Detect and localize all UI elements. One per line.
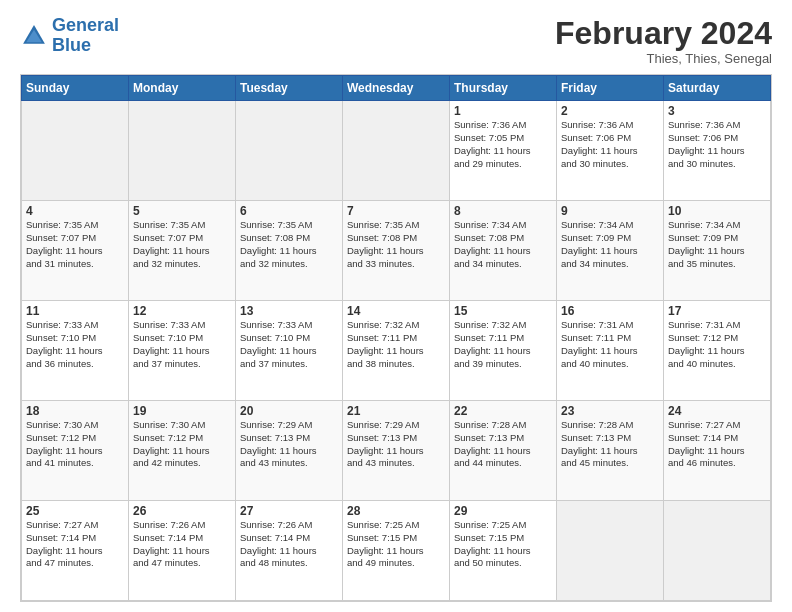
weekday-header-tuesday: Tuesday xyxy=(236,76,343,101)
calendar-cell: 15Sunrise: 7:32 AM Sunset: 7:11 PM Dayli… xyxy=(450,301,557,401)
day-number: 8 xyxy=(454,204,552,218)
day-number: 15 xyxy=(454,304,552,318)
logo-line2: Blue xyxy=(52,35,91,55)
calendar-cell: 13Sunrise: 7:33 AM Sunset: 7:10 PM Dayli… xyxy=(236,301,343,401)
day-info: Sunrise: 7:28 AM Sunset: 7:13 PM Dayligh… xyxy=(561,419,659,470)
calendar-cell: 6Sunrise: 7:35 AM Sunset: 7:08 PM Daylig… xyxy=(236,201,343,301)
day-number: 2 xyxy=(561,104,659,118)
day-number: 4 xyxy=(26,204,124,218)
calendar-cell: 1Sunrise: 7:36 AM Sunset: 7:05 PM Daylig… xyxy=(450,101,557,201)
weekday-header-friday: Friday xyxy=(557,76,664,101)
logo-line1: General xyxy=(52,15,119,35)
day-info: Sunrise: 7:28 AM Sunset: 7:13 PM Dayligh… xyxy=(454,419,552,470)
calendar-cell: 5Sunrise: 7:35 AM Sunset: 7:07 PM Daylig… xyxy=(129,201,236,301)
calendar-cell: 19Sunrise: 7:30 AM Sunset: 7:12 PM Dayli… xyxy=(129,401,236,501)
day-info: Sunrise: 7:27 AM Sunset: 7:14 PM Dayligh… xyxy=(668,419,766,470)
title-block: February 2024 Thies, Thies, Senegal xyxy=(555,16,772,66)
day-number: 21 xyxy=(347,404,445,418)
day-number: 7 xyxy=(347,204,445,218)
day-number: 22 xyxy=(454,404,552,418)
calendar-cell xyxy=(343,101,450,201)
calendar-cell: 8Sunrise: 7:34 AM Sunset: 7:08 PM Daylig… xyxy=(450,201,557,301)
day-number: 11 xyxy=(26,304,124,318)
weekday-header-saturday: Saturday xyxy=(664,76,771,101)
day-info: Sunrise: 7:31 AM Sunset: 7:11 PM Dayligh… xyxy=(561,319,659,370)
day-info: Sunrise: 7:36 AM Sunset: 7:06 PM Dayligh… xyxy=(668,119,766,170)
day-number: 17 xyxy=(668,304,766,318)
calendar-cell xyxy=(557,501,664,601)
week-row-2: 4Sunrise: 7:35 AM Sunset: 7:07 PM Daylig… xyxy=(22,201,771,301)
day-number: 20 xyxy=(240,404,338,418)
day-number: 9 xyxy=(561,204,659,218)
day-number: 5 xyxy=(133,204,231,218)
day-info: Sunrise: 7:26 AM Sunset: 7:14 PM Dayligh… xyxy=(240,519,338,570)
calendar-cell: 3Sunrise: 7:36 AM Sunset: 7:06 PM Daylig… xyxy=(664,101,771,201)
calendar-cell xyxy=(129,101,236,201)
calendar: SundayMondayTuesdayWednesdayThursdayFrid… xyxy=(20,74,772,602)
calendar-cell: 24Sunrise: 7:27 AM Sunset: 7:14 PM Dayli… xyxy=(664,401,771,501)
weekday-header-thursday: Thursday xyxy=(450,76,557,101)
calendar-cell xyxy=(22,101,129,201)
calendar-cell: 11Sunrise: 7:33 AM Sunset: 7:10 PM Dayli… xyxy=(22,301,129,401)
weekday-header-monday: Monday xyxy=(129,76,236,101)
calendar-cell: 23Sunrise: 7:28 AM Sunset: 7:13 PM Dayli… xyxy=(557,401,664,501)
day-info: Sunrise: 7:26 AM Sunset: 7:14 PM Dayligh… xyxy=(133,519,231,570)
month-title: February 2024 xyxy=(555,16,772,51)
calendar-cell: 22Sunrise: 7:28 AM Sunset: 7:13 PM Dayli… xyxy=(450,401,557,501)
day-number: 19 xyxy=(133,404,231,418)
day-info: Sunrise: 7:32 AM Sunset: 7:11 PM Dayligh… xyxy=(347,319,445,370)
day-number: 29 xyxy=(454,504,552,518)
day-number: 13 xyxy=(240,304,338,318)
day-info: Sunrise: 7:34 AM Sunset: 7:08 PM Dayligh… xyxy=(454,219,552,270)
calendar-cell: 10Sunrise: 7:34 AM Sunset: 7:09 PM Dayli… xyxy=(664,201,771,301)
day-info: Sunrise: 7:25 AM Sunset: 7:15 PM Dayligh… xyxy=(454,519,552,570)
day-number: 10 xyxy=(668,204,766,218)
day-info: Sunrise: 7:29 AM Sunset: 7:13 PM Dayligh… xyxy=(240,419,338,470)
day-number: 16 xyxy=(561,304,659,318)
calendar-cell: 20Sunrise: 7:29 AM Sunset: 7:13 PM Dayli… xyxy=(236,401,343,501)
calendar-cell: 25Sunrise: 7:27 AM Sunset: 7:14 PM Dayli… xyxy=(22,501,129,601)
calendar-cell: 4Sunrise: 7:35 AM Sunset: 7:07 PM Daylig… xyxy=(22,201,129,301)
day-info: Sunrise: 7:36 AM Sunset: 7:05 PM Dayligh… xyxy=(454,119,552,170)
day-number: 12 xyxy=(133,304,231,318)
day-number: 14 xyxy=(347,304,445,318)
day-number: 23 xyxy=(561,404,659,418)
calendar-table: SundayMondayTuesdayWednesdayThursdayFrid… xyxy=(21,75,771,601)
day-info: Sunrise: 7:35 AM Sunset: 7:08 PM Dayligh… xyxy=(347,219,445,270)
page: General Blue February 2024 Thies, Thies,… xyxy=(0,0,792,612)
day-number: 24 xyxy=(668,404,766,418)
calendar-cell: 26Sunrise: 7:26 AM Sunset: 7:14 PM Dayli… xyxy=(129,501,236,601)
calendar-cell: 18Sunrise: 7:30 AM Sunset: 7:12 PM Dayli… xyxy=(22,401,129,501)
logo: General Blue xyxy=(20,16,119,56)
week-row-4: 18Sunrise: 7:30 AM Sunset: 7:12 PM Dayli… xyxy=(22,401,771,501)
logo-text: General Blue xyxy=(52,16,119,56)
calendar-cell: 21Sunrise: 7:29 AM Sunset: 7:13 PM Dayli… xyxy=(343,401,450,501)
day-number: 18 xyxy=(26,404,124,418)
day-info: Sunrise: 7:27 AM Sunset: 7:14 PM Dayligh… xyxy=(26,519,124,570)
calendar-cell xyxy=(236,101,343,201)
day-number: 3 xyxy=(668,104,766,118)
day-info: Sunrise: 7:31 AM Sunset: 7:12 PM Dayligh… xyxy=(668,319,766,370)
day-info: Sunrise: 7:32 AM Sunset: 7:11 PM Dayligh… xyxy=(454,319,552,370)
day-info: Sunrise: 7:30 AM Sunset: 7:12 PM Dayligh… xyxy=(26,419,124,470)
day-info: Sunrise: 7:33 AM Sunset: 7:10 PM Dayligh… xyxy=(133,319,231,370)
day-number: 6 xyxy=(240,204,338,218)
week-row-1: 1Sunrise: 7:36 AM Sunset: 7:05 PM Daylig… xyxy=(22,101,771,201)
week-row-5: 25Sunrise: 7:27 AM Sunset: 7:14 PM Dayli… xyxy=(22,501,771,601)
calendar-cell: 14Sunrise: 7:32 AM Sunset: 7:11 PM Dayli… xyxy=(343,301,450,401)
day-info: Sunrise: 7:34 AM Sunset: 7:09 PM Dayligh… xyxy=(561,219,659,270)
location-subtitle: Thies, Thies, Senegal xyxy=(555,51,772,66)
calendar-cell: 16Sunrise: 7:31 AM Sunset: 7:11 PM Dayli… xyxy=(557,301,664,401)
calendar-cell: 17Sunrise: 7:31 AM Sunset: 7:12 PM Dayli… xyxy=(664,301,771,401)
day-info: Sunrise: 7:35 AM Sunset: 7:08 PM Dayligh… xyxy=(240,219,338,270)
calendar-cell: 28Sunrise: 7:25 AM Sunset: 7:15 PM Dayli… xyxy=(343,501,450,601)
week-row-3: 11Sunrise: 7:33 AM Sunset: 7:10 PM Dayli… xyxy=(22,301,771,401)
calendar-header: SundayMondayTuesdayWednesdayThursdayFrid… xyxy=(22,76,771,101)
day-number: 25 xyxy=(26,504,124,518)
day-info: Sunrise: 7:33 AM Sunset: 7:10 PM Dayligh… xyxy=(240,319,338,370)
day-info: Sunrise: 7:25 AM Sunset: 7:15 PM Dayligh… xyxy=(347,519,445,570)
calendar-cell: 2Sunrise: 7:36 AM Sunset: 7:06 PM Daylig… xyxy=(557,101,664,201)
header: General Blue February 2024 Thies, Thies,… xyxy=(20,16,772,66)
day-number: 1 xyxy=(454,104,552,118)
day-info: Sunrise: 7:35 AM Sunset: 7:07 PM Dayligh… xyxy=(133,219,231,270)
